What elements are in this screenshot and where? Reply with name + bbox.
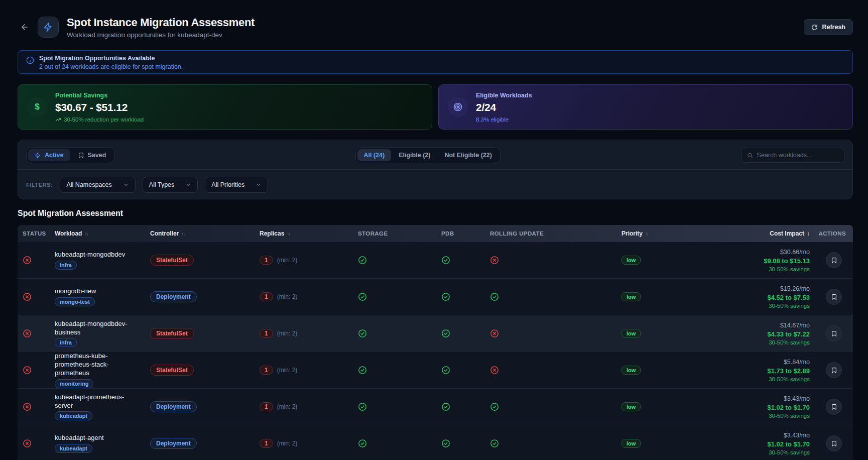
bookmark-button[interactable] bbox=[826, 362, 842, 378]
status-not-eligible-icon bbox=[23, 402, 32, 411]
cost-current: $30.66/mo bbox=[780, 249, 810, 256]
table-row[interactable]: kubeadapt-agentkubeadaptDeployment1(min:… bbox=[18, 425, 853, 460]
replicas-badge: 1 bbox=[260, 329, 273, 338]
savings-label: Potential Savings bbox=[55, 92, 144, 99]
cost-range: $9.08 to $15.13 bbox=[764, 257, 810, 265]
tab-eligible-2[interactable]: Eligible (2) bbox=[392, 149, 437, 161]
eligible-value: 2/24 bbox=[476, 101, 532, 113]
column-header-controller[interactable]: Controller↑↓ bbox=[145, 230, 255, 237]
workload-name: kubeadapt-mongodbdev bbox=[55, 251, 125, 259]
filters-label: FILTERS: bbox=[26, 182, 53, 188]
filter-select-all-types[interactable]: All Types bbox=[143, 177, 198, 193]
replicas-badge: 1 bbox=[260, 256, 273, 265]
priority-badge: low bbox=[622, 292, 641, 301]
search-input[interactable] bbox=[757, 152, 838, 159]
storage-status-icon bbox=[358, 366, 367, 375]
bookmark-icon bbox=[78, 152, 84, 159]
cost-savings: 30-50% savings bbox=[769, 449, 810, 455]
rolling-update-status-icon bbox=[490, 256, 499, 265]
bookmark-icon bbox=[831, 257, 837, 264]
min-replicas: (min: 2) bbox=[277, 257, 298, 264]
column-header-replicas[interactable]: Replicas↑↓ bbox=[255, 230, 353, 237]
workload-name: prometheus-kube-prometheus-stack-prometh… bbox=[55, 352, 141, 378]
cost-range: $1.02 to $1.70 bbox=[767, 404, 810, 411]
tab-not-eligible-22[interactable]: Not Eligible (22) bbox=[438, 149, 498, 161]
refresh-button[interactable]: Refresh bbox=[804, 19, 853, 35]
bookmark-button[interactable] bbox=[826, 399, 842, 415]
filter-select-all-namespaces[interactable]: All Namespaces bbox=[60, 177, 135, 193]
priority-badge: low bbox=[622, 256, 641, 265]
priority-badge: low bbox=[622, 439, 641, 448]
controller-badge: StatefulSet bbox=[150, 255, 194, 266]
table-row[interactable]: kubeadapt-mongodbdev-businessinfraStatef… bbox=[18, 315, 853, 352]
sort-icon: ↑↓ bbox=[287, 231, 290, 237]
controller-badge: Deployment bbox=[150, 291, 197, 302]
bookmark-button[interactable] bbox=[826, 252, 842, 268]
potential-savings-card: $ Potential Savings $30.67 - $51.12 30-5… bbox=[18, 84, 432, 130]
filter-group: All NamespacesAll TypesAll Priorities bbox=[60, 177, 268, 193]
bookmark-icon bbox=[831, 367, 837, 374]
arrow-left-icon bbox=[20, 23, 29, 32]
cost-current: $3.43/mo bbox=[784, 432, 810, 439]
savings-note: 30-50% reduction per workload bbox=[55, 117, 144, 123]
bookmark-icon bbox=[831, 440, 837, 447]
dollar-icon: $ bbox=[27, 97, 47, 117]
table-row[interactable]: kubeadapt-mongodbdevinfraStatefulSet1(mi… bbox=[18, 242, 853, 279]
workload-name: kubeadapt-prometheus-server bbox=[55, 393, 141, 410]
namespace-badge: infra bbox=[55, 261, 77, 270]
min-replicas: (min: 2) bbox=[277, 403, 298, 410]
status-not-eligible-icon bbox=[23, 256, 32, 265]
sort-desc-icon: ↓ bbox=[807, 230, 810, 237]
table-row[interactable]: prometheus-kube-prometheus-stack-prometh… bbox=[18, 352, 853, 389]
filter-select-all-priorities[interactable]: All Priorities bbox=[205, 177, 268, 193]
cost-range: $4.33 to $7.22 bbox=[767, 330, 810, 338]
min-replicas: (min: 2) bbox=[277, 330, 298, 337]
pdb-status-icon bbox=[441, 439, 450, 448]
info-banner: Spot Migration Opportunities Available 2… bbox=[18, 50, 853, 74]
cost-savings: 30-50% savings bbox=[769, 266, 810, 272]
rolling-update-status-icon bbox=[490, 366, 499, 375]
target-icon bbox=[448, 97, 468, 117]
page-subtitle: Workload migration opportunities for kub… bbox=[67, 31, 255, 39]
page-title: Spot Instance Migration Assessment bbox=[67, 16, 255, 29]
bookmark-icon bbox=[831, 294, 837, 300]
bookmark-button[interactable] bbox=[826, 325, 842, 341]
column-header-rolling-update: ROLLING UPDATE bbox=[485, 231, 616, 237]
rolling-update-status-icon bbox=[490, 439, 499, 448]
bookmark-button[interactable] bbox=[826, 435, 842, 451]
column-header-workload[interactable]: Workload↑↓ bbox=[50, 230, 145, 237]
column-header-cost-impact[interactable]: Cost Impact↓ bbox=[717, 230, 811, 237]
controller-badge: StatefulSet bbox=[150, 328, 194, 339]
section-title: Spot Migration Assessment bbox=[18, 209, 853, 218]
table-body: kubeadapt-mongodbdevinfraStatefulSet1(mi… bbox=[18, 242, 853, 460]
cost-current: $5.84/mo bbox=[784, 359, 810, 366]
view-toggle-saved[interactable]: Saved bbox=[71, 149, 113, 161]
back-button[interactable] bbox=[18, 20, 32, 34]
column-header-priority[interactable]: Priority↑↓ bbox=[616, 230, 717, 237]
replicas-badge: 1 bbox=[260, 439, 273, 448]
banner-title: Spot Migration Opportunities Available bbox=[39, 55, 183, 62]
column-header-pdb: PDB bbox=[436, 231, 485, 237]
view-toggle-active[interactable]: Active bbox=[28, 149, 70, 161]
table-row[interactable]: kubeadapt-prometheus-serverkubeadaptDepl… bbox=[18, 389, 853, 425]
cost-range: $1.73 to $2.89 bbox=[767, 367, 810, 375]
chevron-down-icon bbox=[185, 182, 191, 188]
bookmark-icon bbox=[831, 404, 837, 410]
bookmark-button[interactable] bbox=[826, 289, 842, 305]
tab-all-24[interactable]: All (24) bbox=[357, 149, 392, 161]
controller-badge: Deployment bbox=[150, 401, 197, 412]
rolling-update-status-icon bbox=[490, 402, 499, 411]
workload-name: kubeadapt-mongodbdev-business bbox=[55, 320, 141, 337]
cost-current: $14.67/mo bbox=[780, 322, 810, 329]
priority-badge: low bbox=[622, 402, 641, 411]
workload-name: kubeadapt-agent bbox=[55, 434, 104, 442]
sort-icon: ↑↓ bbox=[645, 231, 648, 237]
replicas-badge: 1 bbox=[260, 366, 273, 375]
refresh-icon bbox=[811, 24, 818, 31]
app-icon bbox=[38, 17, 59, 38]
cost-savings: 30-50% savings bbox=[769, 376, 810, 382]
table-row[interactable]: mongodb-newmongo-testDeployment1(min: 2)… bbox=[18, 279, 853, 315]
namespace-badge: kubeadapt bbox=[55, 444, 92, 453]
eligibility-tabs: All (24)Eligible (2)Not Eligible (22) bbox=[355, 147, 501, 163]
sort-icon: ↑↓ bbox=[181, 231, 184, 237]
